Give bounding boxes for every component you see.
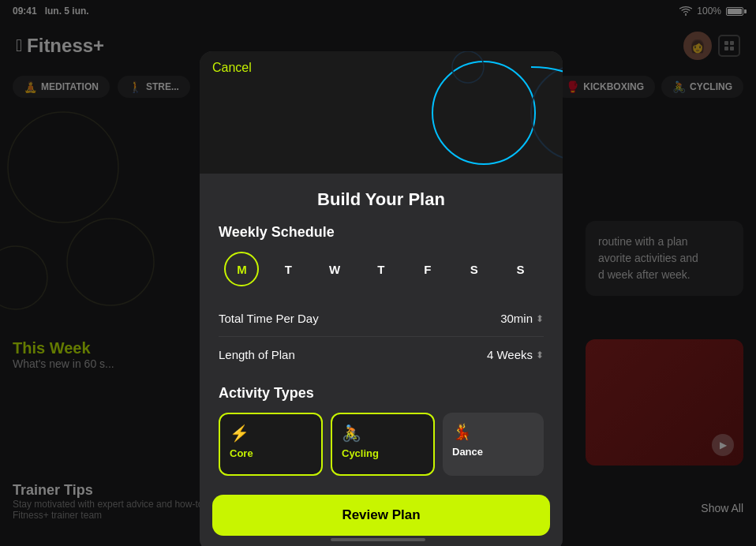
day-saturday[interactable]: S (457, 252, 492, 286)
dance-icon: 💃 (452, 422, 534, 441)
day-tuesday[interactable]: T (271, 252, 305, 286)
svg-point-7 (432, 62, 535, 164)
activity-types-label: Activity Types (219, 385, 544, 402)
length-of-plan-value: 4 Weeks ⬍ (487, 348, 544, 361)
total-time-label: Total Time Per Day (219, 312, 319, 325)
length-of-plan-label: Length of Plan (219, 348, 295, 361)
dance-label: Dance (452, 446, 534, 458)
core-label: Core (230, 447, 312, 459)
core-icon: ⚡ (230, 424, 312, 443)
modal-hero-circles (200, 51, 563, 174)
activity-dance[interactable]: 💃 Dance (443, 413, 544, 476)
day-wednesday[interactable]: W (317, 252, 352, 286)
modal-hero: Cancel (200, 51, 563, 174)
review-plan-button[interactable]: Review Plan (212, 495, 550, 536)
cycling-activity-icon: 🚴 (342, 424, 424, 443)
total-time-chevron: ⬍ (536, 313, 544, 324)
day-monday[interactable]: M (224, 252, 259, 286)
total-time-amount: 30min (500, 312, 533, 325)
day-sunday[interactable]: S (503, 252, 537, 286)
activity-grid: ⚡ Core 🚴 Cycling 💃 Dance (219, 413, 544, 476)
build-plan-modal: Cancel Build Your Plan Weekly Schedule M… (200, 51, 563, 546)
svg-point-9 (452, 51, 484, 83)
activity-cycling[interactable]: 🚴 Cycling (331, 413, 435, 476)
total-time-value: 30min ⬍ (500, 312, 544, 325)
length-chevron: ⬍ (536, 350, 544, 361)
activity-core[interactable]: ⚡ Core (219, 413, 323, 476)
length-of-plan-amount: 4 Weeks (487, 348, 533, 361)
modal-title: Build Your Plan (219, 189, 544, 210)
day-friday[interactable]: F (410, 252, 445, 286)
activity-section: Activity Types ⚡ Core 🚴 Cycling 💃 Dance (200, 372, 563, 485)
day-selector: M T W T F S S (219, 252, 544, 286)
cycling-label: Cycling (342, 447, 424, 459)
length-of-plan-row[interactable]: Length of Plan 4 Weeks ⬍ (219, 337, 544, 372)
cancel-button[interactable]: Cancel (212, 61, 252, 75)
review-button-container: Review Plan (200, 485, 563, 546)
total-time-row[interactable]: Total Time Per Day 30min ⬍ (219, 301, 544, 337)
day-thursday[interactable]: T (364, 252, 399, 286)
weekly-schedule-label: Weekly Schedule (219, 224, 544, 241)
modal-body: Build Your Plan Weekly Schedule M T W T … (200, 174, 563, 372)
home-indicator (331, 538, 425, 541)
